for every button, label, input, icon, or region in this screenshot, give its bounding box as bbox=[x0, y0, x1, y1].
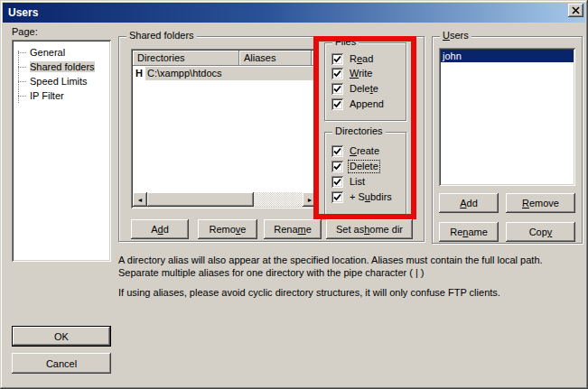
scrollbar-track[interactable] bbox=[254, 192, 303, 207]
check-icon bbox=[333, 162, 341, 171]
checkbox-checked[interactable] bbox=[331, 98, 343, 110]
scroll-right-icon: ► bbox=[307, 197, 313, 203]
dirs-list-checkbox-row[interactable]: List bbox=[331, 175, 366, 188]
directories-group-label: Directories bbox=[332, 125, 386, 137]
folder-remove-button[interactable]: Remove bbox=[198, 219, 257, 239]
checkbox-checked[interactable] bbox=[331, 68, 343, 79]
check-icon bbox=[333, 100, 341, 108]
scroll-left-button[interactable]: ◄ bbox=[133, 192, 147, 207]
column-header-directories[interactable]: Directories bbox=[133, 51, 239, 66]
alias-notes: A directory alias will also appear at th… bbox=[118, 254, 583, 306]
close-button[interactable] bbox=[568, 4, 583, 17]
checkbox-checked[interactable] bbox=[331, 176, 343, 188]
check-icon bbox=[333, 178, 341, 186]
column-header-aliases[interactable]: Aliases bbox=[239, 51, 312, 66]
shared-folders-group-label: Shared folders bbox=[126, 30, 197, 42]
dirs-create-checkbox-row[interactable]: Create bbox=[331, 144, 380, 157]
page-label: Page: bbox=[12, 26, 38, 37]
user-copy-button[interactable]: Copy bbox=[506, 222, 575, 242]
scroll-left-icon: ◄ bbox=[137, 197, 144, 203]
check-icon bbox=[333, 69, 341, 78]
column-header-filler bbox=[312, 51, 317, 66]
folder-add-button[interactable]: Add bbox=[131, 219, 189, 239]
check-icon bbox=[333, 193, 341, 201]
folder-rename-button[interactable]: Rename bbox=[264, 219, 322, 239]
directories-listview: Directories Aliases H C:\xampp\htdocs ◄ … bbox=[131, 49, 319, 208]
files-delete-checkbox-row[interactable]: Delete bbox=[331, 82, 379, 95]
users-dialog: Users Page: General Shared folders Speed… bbox=[0, 0, 588, 389]
page-tree: General Shared folders Speed Limits IP F… bbox=[12, 40, 111, 262]
directory-path: C:\xampp\htdocs bbox=[145, 67, 317, 80]
ok-button[interactable]: OK bbox=[12, 326, 111, 347]
listview-header: Directories Aliases bbox=[133, 51, 317, 66]
check-icon bbox=[333, 147, 341, 155]
directory-row[interactable]: H C:\xampp\htdocs bbox=[133, 67, 317, 80]
files-append-checkbox-row[interactable]: Append bbox=[331, 97, 385, 110]
set-as-home-dir-button[interactable]: Set as home dir bbox=[326, 219, 413, 239]
window-title: Users bbox=[8, 6, 38, 19]
checkbox-checked[interactable] bbox=[331, 145, 343, 157]
cancel-button[interactable]: Cancel bbox=[12, 353, 111, 374]
alias-note-2: If using aliases, please avoid cyclic di… bbox=[118, 286, 583, 299]
checkbox-checked[interactable] bbox=[331, 191, 343, 203]
user-rename-button[interactable]: Rename bbox=[439, 222, 499, 242]
user-add-button[interactable]: Add bbox=[439, 193, 499, 213]
page-item-general[interactable]: General bbox=[15, 45, 109, 60]
scrollbar-thumb[interactable] bbox=[147, 192, 254, 207]
check-icon bbox=[333, 85, 341, 93]
alias-note-1: A directory alias will also appear at th… bbox=[118, 254, 583, 279]
files-read-checkbox-row[interactable]: Read bbox=[331, 52, 374, 65]
user-remove-button[interactable]: Remove bbox=[506, 193, 575, 213]
page-item-speed-limits[interactable]: Speed Limits bbox=[15, 74, 109, 88]
horizontal-scrollbar[interactable]: ◄ ► bbox=[133, 192, 317, 207]
files-write-checkbox-row[interactable]: Write bbox=[331, 67, 373, 79]
page-item-ip-filter[interactable]: IP Filter bbox=[15, 88, 109, 103]
checkbox-checked[interactable] bbox=[331, 53, 343, 65]
dirs-delete-checkbox-row[interactable]: Delete bbox=[331, 160, 379, 172]
users-listbox[interactable]: john bbox=[439, 48, 575, 186]
users-group-label: Users bbox=[440, 30, 471, 42]
user-item-john[interactable]: john bbox=[441, 50, 574, 62]
scroll-right-button[interactable]: ► bbox=[303, 192, 317, 207]
check-icon bbox=[333, 55, 341, 63]
close-icon bbox=[572, 6, 580, 14]
dirs-subdirs-checkbox-row[interactable]: + Subdirs bbox=[331, 190, 393, 203]
titlebar[interactable]: Users bbox=[3, 3, 585, 23]
checkbox-checked[interactable] bbox=[331, 161, 343, 172]
files-group-label: Files bbox=[332, 36, 359, 48]
checkbox-checked[interactable] bbox=[331, 83, 343, 95]
home-marker: H bbox=[133, 67, 145, 80]
page-item-shared-folders[interactable]: Shared folders bbox=[15, 60, 109, 74]
